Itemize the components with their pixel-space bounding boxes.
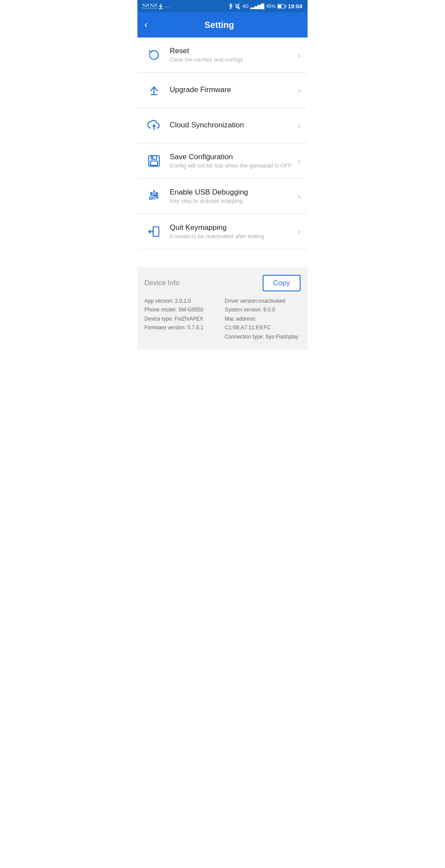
back-button[interactable]: ‹ <box>144 20 147 30</box>
battery-percent: 45% <box>266 3 276 9</box>
spacer <box>137 249 308 267</box>
usb-debug-icon <box>144 187 164 206</box>
connection-type: Connection type: Sys-Flashplay <box>225 332 301 341</box>
reset-chevron: › <box>298 51 301 60</box>
upgrade-firmware-chevron: › <box>298 86 301 95</box>
svg-rect-14 <box>151 161 157 165</box>
upgrade-firmware-icon <box>144 81 164 100</box>
usb-debug-chevron: › <box>298 192 301 201</box>
device-info-section: Device Info Copy App version: 2.0.1.0 Ph… <box>137 267 308 350</box>
svg-rect-13 <box>151 156 157 159</box>
menu-item-reset[interactable]: Reset Clear the caches and configs › <box>137 38 308 73</box>
download-icon <box>158 3 163 9</box>
battery-icon <box>277 4 286 9</box>
svg-rect-8 <box>278 5 281 8</box>
reset-text: Reset Clear the caches and configs <box>170 47 294 64</box>
svg-rect-19 <box>156 196 158 198</box>
reset-subtitle: Clear the caches and configs <box>170 56 294 64</box>
copy-button[interactable]: Copy <box>263 275 301 291</box>
quit-keymapping-title: Quit Keymapping <box>170 223 294 232</box>
status-left-icons: ··· <box>143 3 171 10</box>
save-config-text: Save Configuration Config will not be lo… <box>170 153 294 170</box>
cloud-sync-chevron: › <box>298 121 301 130</box>
device-info-left-col: App version: 2.0.1.0 Phone model: SM-G95… <box>144 297 220 341</box>
device-info-right-col: Driver version:noactivated System versio… <box>225 297 301 341</box>
mute-icon <box>235 3 240 9</box>
usb-debug-subtitle: Key step to activate mapping <box>170 198 294 205</box>
device-info-header: Device Info Copy <box>144 275 301 291</box>
quit-keymapping-subtitle: It needs to be reactivated after exiting <box>170 233 294 240</box>
reset-title: Reset <box>170 47 294 55</box>
reset-icon <box>144 45 164 65</box>
usb-debug-text: Enable USB Debugging Key step to activat… <box>170 188 294 205</box>
mac-address: Mac address: C1:6B:A7:11:E9:FC <box>225 314 301 332</box>
svg-rect-25 <box>153 227 159 236</box>
quit-keymapping-text: Quit Keymapping It needs to be reactivat… <box>170 223 294 240</box>
status-right-icons: 4G ▂▄▆█ 45% 19:04 <box>229 3 302 10</box>
usb-debug-title: Enable USB Debugging <box>170 188 294 197</box>
upgrade-firmware-title: Upgrade Firmware <box>170 85 294 94</box>
cloud-sync-title: Cloud Synchronization <box>170 121 294 130</box>
firmware-version: Firmware version: 5.7.6.1 <box>144 323 220 332</box>
svg-point-20 <box>153 190 155 192</box>
save-config-subtitle: Config will not be lost when the gamapad… <box>170 162 294 170</box>
email-icon <box>143 4 149 9</box>
save-config-icon <box>144 151 164 171</box>
quit-keymapping-chevron: › <box>298 227 301 236</box>
app-version: App version: 2.0.1.0 <box>144 297 220 305</box>
menu-item-upgrade-firmware[interactable]: Upgrade Firmware › <box>137 73 308 108</box>
bluetooth-icon <box>229 3 233 9</box>
driver-version: Driver version:noactivated <box>225 297 301 305</box>
menu-item-cloud-sync[interactable]: Cloud Synchronization › <box>137 108 308 144</box>
email2-icon <box>151 4 157 9</box>
svg-point-23 <box>151 192 152 194</box>
save-config-title: Save Configuration <box>170 153 294 161</box>
page-title: Setting <box>153 20 286 30</box>
menu-list: Reset Clear the caches and configs › Upg… <box>137 38 308 249</box>
device-info-title: Device Info <box>144 279 179 287</box>
cloud-sync-text: Cloud Synchronization <box>170 121 294 130</box>
status-bar: ··· 4G ▂▄▆█ 45% 19:04 <box>137 0 308 12</box>
signal-bars: ▂▄▆█ <box>250 3 264 9</box>
system-version: System version: 8.0.0 <box>225 305 301 314</box>
menu-item-save-config[interactable]: Save Configuration Config will not be lo… <box>137 144 308 179</box>
svg-rect-7 <box>285 5 286 7</box>
upgrade-firmware-text: Upgrade Firmware <box>170 85 294 95</box>
time-display: 19:04 <box>288 3 302 10</box>
svg-rect-18 <box>150 197 152 199</box>
quit-keymapping-icon <box>144 222 164 241</box>
signal-text: 4G <box>242 3 249 9</box>
svg-rect-24 <box>156 193 157 194</box>
device-info-grid: App version: 2.0.1.0 Phone model: SM-G95… <box>144 297 301 341</box>
cloud-sync-icon <box>144 116 164 135</box>
menu-item-usb-debug[interactable]: Enable USB Debugging Key step to activat… <box>137 179 308 214</box>
phone-model: Phone model: SM-G9550 <box>144 305 220 314</box>
save-config-chevron: › <box>298 157 301 166</box>
menu-item-quit-keymapping[interactable]: Quit Keymapping It needs to be reactivat… <box>137 214 308 249</box>
device-type: Device type: FeiZhiAPEX <box>144 314 220 323</box>
more-dots-icon: ··· <box>165 3 171 10</box>
header: ‹ Setting <box>137 12 308 38</box>
